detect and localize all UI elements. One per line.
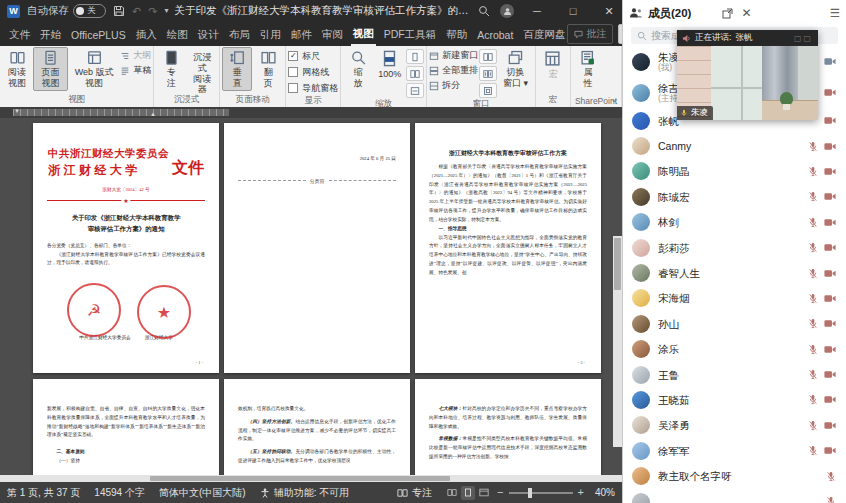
view-side-by-side-button[interactable]	[479, 49, 497, 64]
one-page-button[interactable]	[406, 49, 424, 64]
camera-off-icon[interactable]	[824, 167, 836, 176]
ruler-checkbox[interactable]: ✓标尺	[288, 49, 338, 63]
doc-page-1[interactable]: 中共浙江财经大学委员会 浙江财经大学 文件 浙财大党〔2024〕42 号 ★ 关…	[33, 123, 219, 373]
mic-muted-icon[interactable]	[808, 166, 818, 177]
mic-muted-icon[interactable]	[808, 420, 818, 431]
sharepoint-properties-button[interactable]: 属 性	[573, 47, 603, 91]
draft-button[interactable]: 草稿	[120, 64, 151, 77]
camera-off-icon[interactable]	[824, 116, 836, 125]
indent-marker[interactable]: ▲	[150, 111, 156, 117]
navpane-checkbox[interactable]	[288, 83, 298, 93]
member-row[interactable]: 陈珹宏	[623, 184, 846, 209]
zoom-button[interactable]: 缩 放	[343, 47, 373, 91]
ribbon-tab-PDF工具箱[interactable]: PDF工具箱	[382, 24, 439, 45]
minimize-button[interactable]: ─	[524, 0, 550, 22]
read-view-button[interactable]: 阅读 视图	[2, 47, 32, 91]
mic-muted-icon[interactable]	[808, 242, 818, 253]
camera-off-icon[interactable]	[824, 345, 836, 354]
member-row[interactable]: 徐军军	[623, 438, 846, 463]
comments-button[interactable]: 批注	[567, 24, 613, 44]
member-row[interactable]: 教主取个名字呀	[623, 463, 846, 488]
doc-page-2[interactable]: 2024 年 6 月 25 日 分页符	[224, 123, 410, 373]
mic-muted-icon[interactable]	[826, 496, 836, 503]
vertical-button[interactable]: 垂 直	[222, 47, 252, 91]
sync-scrolling-button[interactable]	[479, 66, 497, 81]
ribbon-tab-Acrobat[interactable]: Acrobat	[475, 25, 515, 44]
speaker-video-overlay[interactable]: 正在讲话: 张帆 ▢▢ 朱凌	[677, 30, 818, 120]
navpane-checkbox[interactable]: 导航窗格	[288, 81, 338, 95]
member-row[interactable]: 王鲁	[623, 362, 846, 387]
mic-muted-icon[interactable]	[808, 318, 818, 329]
member-row[interactable]	[623, 489, 846, 503]
zoom-slider-thumb[interactable]	[528, 488, 532, 498]
mic-muted-icon[interactable]	[826, 471, 836, 482]
web-layout-view-button[interactable]	[477, 486, 491, 500]
maximize-button[interactable]: □	[560, 0, 586, 22]
immersive-reader-button[interactable]: 沉浸式 阅读器	[187, 47, 217, 91]
camera-off-icon[interactable]	[824, 395, 836, 404]
camera-off-icon[interactable]	[824, 446, 836, 455]
close-button[interactable]: ✕	[596, 0, 622, 22]
mic-muted-icon[interactable]	[808, 293, 818, 304]
search-icon[interactable]	[478, 5, 490, 17]
zoom-in-icon[interactable]: +	[578, 487, 584, 498]
zoom-100-button[interactable]: 100%	[374, 47, 405, 91]
mic-muted-icon[interactable]	[808, 344, 818, 355]
zoom-slider[interactable]: − +	[497, 487, 584, 498]
member-row[interactable]: 宋海烟	[623, 286, 846, 311]
ribbon-tab-视图[interactable]: 视图	[351, 23, 376, 46]
mic-muted-icon[interactable]	[808, 141, 818, 152]
member-row[interactable]: 陈明晶	[623, 159, 846, 184]
accessibility-status[interactable]: 辅助功能: 不可用	[253, 486, 357, 500]
overlay-options-icons[interactable]: ▢▢	[794, 34, 813, 43]
doc-page-4[interactable]: 新发展，积极构建自觉、自省、自律、自查、自纠的大学质量文化，强化本科教育教学质量…	[33, 379, 219, 475]
focus-button[interactable]: 专 注	[156, 47, 186, 91]
ribbon-tab-开始[interactable]: 开始	[38, 24, 63, 45]
undo-icon[interactable]: ↶	[132, 6, 141, 17]
camera-off-icon[interactable]	[824, 218, 836, 227]
camera-off-icon[interactable]	[824, 294, 836, 303]
gridlines-checkbox[interactable]: 网格线	[288, 65, 338, 79]
ribbon-tab-邮件[interactable]: 邮件	[289, 24, 314, 45]
zoom-out-icon[interactable]: −	[497, 487, 503, 498]
ribbon-tab-引用[interactable]: 引用	[258, 24, 283, 45]
page-indicator[interactable]: 第 1 页, 共 37 页	[0, 486, 87, 500]
member-row[interactable]: 涂乐	[623, 337, 846, 362]
language-indicator[interactable]: 简体中文(中国大陆)	[152, 486, 253, 500]
doc-page-3[interactable]: 浙江财经大学本科教育教学审核评估工作方案 根据《教育部关于印发〈普通高等学校本科…	[415, 123, 601, 373]
side-to-side-button[interactable]: 翻 页	[253, 47, 283, 91]
camera-off-icon[interactable]	[824, 269, 836, 278]
doc-page-6[interactable]: 七大模块：针对高校的办学定位和办学历史不同，重点考察学校办学方向和本科地位、培养…	[415, 379, 601, 475]
arrange-all-button[interactable]: 全部重排	[429, 64, 478, 77]
horizontal-scrollbar[interactable]	[0, 475, 622, 482]
mic-muted-icon[interactable]	[808, 445, 818, 456]
collapse-ribbon-icon[interactable]: ⌄	[610, 94, 618, 501]
member-row[interactable]: Canmy	[623, 133, 846, 158]
ruler-checkbox[interactable]: ✓	[288, 51, 298, 61]
multiple-pages-button[interactable]	[406, 66, 424, 81]
ribbon-tab-帮助[interactable]: 帮助	[444, 24, 469, 45]
camera-off-icon[interactable]	[824, 370, 836, 379]
member-row[interactable]: 林剑	[623, 210, 846, 235]
camera-off-icon[interactable]	[824, 142, 836, 151]
doc-page-5[interactable]: 效机制，培育践行高校质量文化。 （四）坚持方法创新。结合运用信息化手段，创新评估…	[224, 379, 410, 475]
panel-menu-icon[interactable]: ☰	[830, 6, 840, 20]
switch-windows-button[interactable]: 切换窗口 ▾	[498, 47, 533, 91]
mic-muted-icon[interactable]	[808, 268, 818, 279]
page-width-button[interactable]	[406, 83, 424, 98]
member-row[interactable]: 彭莉莎	[623, 235, 846, 260]
ribbon-tab-布局[interactable]: 布局	[227, 24, 252, 45]
camera-off-icon[interactable]	[824, 88, 836, 97]
ribbon-tab-百度网盘[interactable]: 百度网盘	[521, 24, 567, 45]
ribbon-tab-插入[interactable]: 插入	[134, 24, 159, 45]
redo-icon[interactable]: ↷	[148, 6, 157, 17]
outline-button[interactable]: 大纲	[120, 49, 151, 62]
mic-muted-icon[interactable]	[808, 217, 818, 228]
ribbon-tab-设计[interactable]: 设计	[196, 24, 221, 45]
autosave-toggle[interactable]: 自动保存 关	[27, 4, 106, 18]
web-layout-button[interactable]: Web 版式视图	[69, 47, 119, 91]
ribbon-tab-文件[interactable]: 文件	[7, 24, 32, 45]
horizontal-scrollbar-thumb[interactable]	[150, 476, 450, 481]
reset-window-button[interactable]	[479, 83, 497, 98]
mic-muted-icon[interactable]	[808, 394, 818, 405]
